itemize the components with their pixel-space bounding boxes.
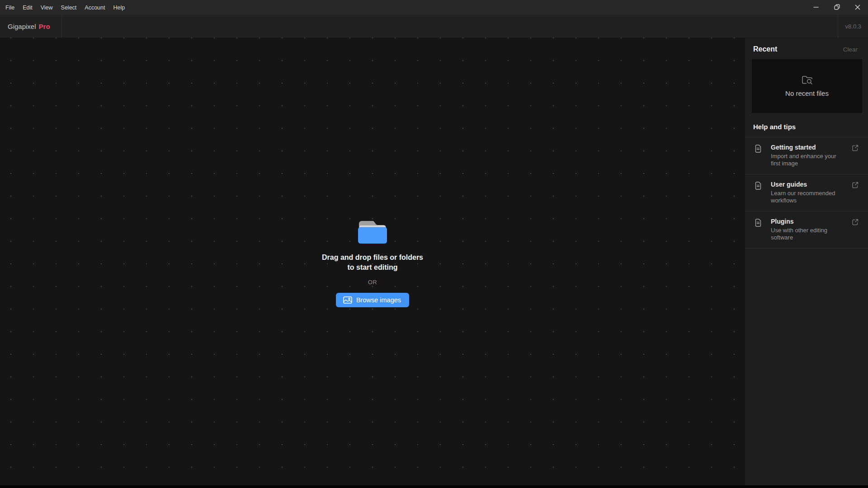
external-link-icon[interactable] (852, 219, 859, 227)
close-button[interactable] (847, 0, 868, 15)
version-label: v8.0.3 (845, 23, 861, 30)
help-item-text: User guides Learn our recommended workfl… (771, 181, 848, 204)
help-item-user-guides[interactable]: User guides Learn our recommended workfl… (745, 174, 868, 211)
no-recent-files-text: No recent files (785, 89, 829, 97)
headline-line1: Drag and drop files or folders (322, 253, 423, 263)
image-icon (343, 296, 352, 304)
close-icon (855, 4, 860, 12)
help-item-text: Getting started Import and enhance your … (771, 144, 848, 167)
restore-icon (834, 4, 840, 12)
menu-help[interactable]: Help (109, 0, 129, 15)
external-link-icon[interactable] (852, 145, 859, 153)
folder-search-icon (802, 75, 813, 84)
menu-bar: File Edit View Select Account Help (0, 0, 129, 15)
help-item-subtitle: Learn our recommended workflows (771, 190, 847, 204)
restore-button[interactable] (826, 0, 847, 15)
dropzone-content: Drag and drop files or folders to start … (322, 220, 423, 307)
version-area: v8.0.3 (838, 15, 868, 38)
sidebar: Recent Clear No recent files Help and ti… (745, 38, 868, 485)
help-and-tips-title: Help and tips (745, 113, 868, 137)
help-item-subtitle: Use with other editing software (771, 227, 847, 241)
document-icon (754, 219, 762, 229)
help-item-subtitle: Import and enhance your first image (771, 153, 847, 167)
window-controls (806, 0, 868, 15)
divider (745, 248, 868, 249)
minimize-icon (813, 4, 819, 12)
dropzone-headline: Drag and drop files or folders to start … (322, 253, 423, 272)
recent-header: Recent Clear (745, 38, 868, 59)
main-area: Drag and drop files or folders to start … (0, 38, 868, 485)
document-icon (754, 145, 762, 155)
minimize-button[interactable] (806, 0, 826, 15)
menu-edit[interactable]: Edit (19, 0, 37, 15)
help-item-plugins[interactable]: Plugins Use with other editing software (745, 211, 868, 248)
tab-bar: Gigapixel Pro v8.0.3 (0, 15, 868, 38)
document-icon (754, 182, 762, 192)
help-item-getting-started[interactable]: Getting started Import and enhance your … (745, 137, 868, 174)
canvas-dropzone[interactable]: Drag and drop files or folders to start … (0, 38, 745, 485)
headline-line2: to start editing (322, 263, 423, 272)
tab-gigapixel[interactable]: Gigapixel Pro (0, 15, 62, 38)
bottom-strip (0, 485, 868, 488)
external-link-icon[interactable] (852, 182, 859, 190)
tabbar-spacer (62, 15, 838, 38)
help-item-title: User guides (771, 181, 848, 188)
menu-account[interactable]: Account (80, 0, 109, 15)
folder-icon (358, 220, 387, 245)
menu-select[interactable]: Select (57, 0, 81, 15)
menu-view[interactable]: View (37, 0, 57, 15)
or-label: OR (368, 279, 377, 286)
browse-images-button[interactable]: Browse images (336, 293, 409, 307)
help-item-title: Plugins (771, 218, 848, 225)
menu-file[interactable]: File (1, 0, 19, 15)
titlebar: File Edit View Select Account Help (0, 0, 868, 15)
help-item-title: Getting started (771, 144, 848, 151)
pro-badge: Pro (39, 23, 50, 30)
help-item-text: Plugins Use with other editing software (771, 218, 848, 241)
app-name: Gigapixel (8, 23, 36, 30)
recent-title: Recent (753, 45, 777, 53)
browse-images-label: Browse images (356, 296, 401, 304)
clear-recent-button[interactable]: Clear (843, 46, 858, 53)
recent-empty-box: No recent files (752, 59, 862, 113)
